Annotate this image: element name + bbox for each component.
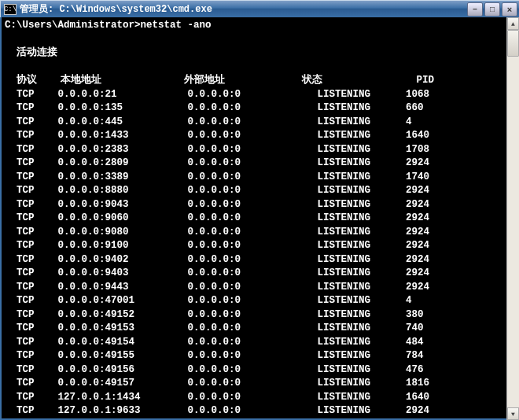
window-titlebar: C:\ 管理员: C:\Windows\system32\cmd.exe – □…: [0, 0, 519, 17]
close-button[interactable]: ×: [502, 2, 517, 17]
scroll-thumb[interactable]: [507, 30, 519, 57]
window-frame: C:\Users\Administrator>netstat -ano 活动连接…: [0, 17, 519, 420]
window-controls: – □ ×: [467, 2, 517, 17]
maximize-button[interactable]: □: [484, 2, 500, 17]
cmd-icon: C:\: [4, 4, 17, 15]
scroll-up-button[interactable]: ▲: [507, 17, 519, 30]
vertical-scrollbar[interactable]: ▲ ▼: [506, 17, 519, 420]
window-title: 管理员: C:\Windows\system32\cmd.exe: [20, 2, 467, 16]
minimize-button[interactable]: –: [467, 2, 483, 17]
scroll-track[interactable]: [507, 30, 519, 407]
console-output[interactable]: C:\Users\Administrator>netstat -ano 活动连接…: [2, 17, 517, 418]
scroll-down-button[interactable]: ▼: [507, 407, 519, 420]
